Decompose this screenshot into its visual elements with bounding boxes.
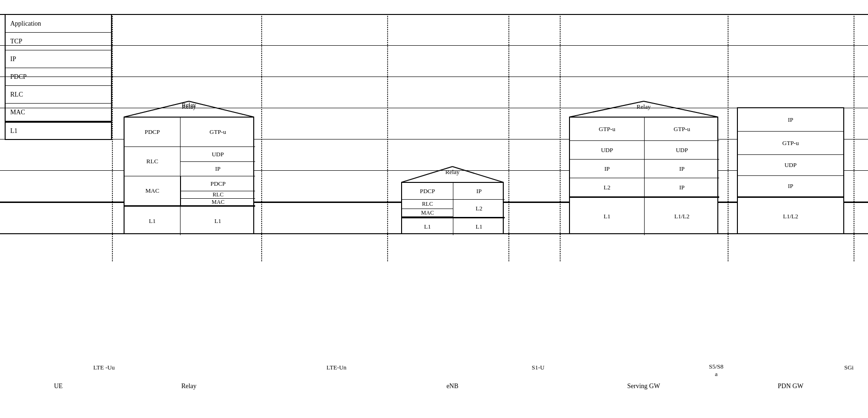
svg-text:Relay: Relay <box>182 103 196 110</box>
vline-sgi <box>854 14 854 261</box>
enb-left-l1: L1 <box>402 217 453 235</box>
pdngw-udp: UDP <box>738 155 843 176</box>
label-l1: L1 <box>10 127 18 135</box>
sgi-label: SGi <box>844 364 854 371</box>
s5s8a-label: S5/S8a <box>709 363 723 378</box>
layer-application: Application <box>6 15 111 33</box>
label-tcp: TCP <box>10 38 22 45</box>
relay-right-l1: L1 <box>181 206 255 235</box>
sgw-left-l2: L2 <box>570 178 645 197</box>
svg-line-7 <box>644 101 718 117</box>
relay-inner-pdcp: PDCP <box>181 176 255 191</box>
sgw-left-udp: UDP <box>570 141 645 160</box>
ue-label: UE <box>5 383 112 390</box>
serving-gw-label: Serving GW <box>569 383 718 390</box>
relay-left-rlc: RLC <box>125 147 181 176</box>
enb-left-pdcp: PDCP <box>402 183 453 200</box>
layer-pdcp: PDCP <box>6 68 111 86</box>
vline-s5s8 <box>728 14 729 261</box>
hline-top <box>0 14 868 15</box>
vline-lte-uu <box>112 14 113 261</box>
sgw-right-l1l2: L1/L2 <box>645 197 719 235</box>
sgw-left-gtpu: GTP-u <box>570 118 645 141</box>
hline-tcp-bottom <box>0 77 868 77</box>
pdn-gw-stack: IP GTP-u UDP IP L1/L2 <box>737 107 844 234</box>
svg-line-1 <box>189 101 254 117</box>
enb-right-l2: L2 <box>453 200 505 217</box>
sgw-right-udp: UDP <box>645 141 719 160</box>
sgw-right-ip1: IP <box>645 160 719 178</box>
svg-line-4 <box>452 167 504 182</box>
pdngw-ip2: IP <box>738 176 843 197</box>
label-mac: MAC <box>10 109 25 116</box>
layer-l1: L1 <box>6 121 111 139</box>
relay-stack-outer: Relay PDCP GTP-u RLC UDP IP MAC PDCP RLC… <box>124 117 254 234</box>
vline-enb-right <box>508 14 509 261</box>
vline-s1u <box>560 14 561 261</box>
layer-mac: MAC <box>6 104 111 121</box>
enb-right-ip: IP <box>453 183 505 200</box>
ue-stack: Application TCP IP PDCP RLC MAC L1 <box>5 14 112 140</box>
svg-line-6 <box>569 101 644 117</box>
svg-line-3 <box>401 167 452 182</box>
enb-stack-outer: PDCP IP RLC L2 MAC L1 L1 <box>401 182 504 234</box>
pdn-gw-label: PDN GW <box>737 383 844 390</box>
pdngw-gtpu: GTP-u <box>738 132 843 155</box>
enb-left-rlc: RLC <box>402 200 453 209</box>
hline-app-bottom <box>0 45 868 46</box>
svg-line-0 <box>124 101 189 117</box>
enb-chevron: Relay <box>401 166 504 182</box>
lte-un-label: LTE-Un <box>326 364 347 371</box>
relay-right-ip: IP <box>181 162 255 176</box>
s1u-label: S1-U <box>532 364 544 371</box>
relay-label: Relay <box>124 383 254 390</box>
relay-inner-rlc: RLC <box>181 191 255 199</box>
serving-gw-stack: GTP-u GTP-u UDP UDP IP IP L2 IP L1 L1/L2 <box>569 117 718 234</box>
label-rlc: RLC <box>10 91 23 98</box>
sgw-left-l1: L1 <box>570 197 645 235</box>
layer-tcp: TCP <box>6 33 111 50</box>
vline-relay-right <box>261 14 262 261</box>
sgw-right-gtpu: GTP-u <box>645 118 719 141</box>
pdngw-ip: IP <box>738 108 843 132</box>
relay-right-gtpu: GTP-u <box>181 118 255 147</box>
label-ip: IP <box>10 56 16 63</box>
svg-text:Relay: Relay <box>445 168 460 175</box>
relay-right-udp: UDP <box>181 147 255 162</box>
layer-rlc: RLC <box>6 86 111 104</box>
svg-text:Relay: Relay <box>637 103 651 110</box>
relay-left-mac: MAC <box>125 176 181 206</box>
protocol-stack-diagram: Application TCP IP PDCP RLC MAC L1 <box>0 0 868 418</box>
enb-left-mac: MAC <box>402 209 453 217</box>
enb-right-l1: L1 <box>453 217 505 235</box>
lte-uu-label: LTE -Uu <box>93 364 115 371</box>
relay-left-pdcp: PDCP <box>125 118 181 147</box>
sgw-chevron: Relay <box>569 100 718 117</box>
layer-ip: IP <box>6 50 111 68</box>
relay-left-l1: L1 <box>125 206 181 235</box>
enb-label: eNB <box>401 383 504 390</box>
vline-lte-un <box>387 14 388 261</box>
sgw-left-ip: IP <box>570 160 645 178</box>
relay-inner-mac: MAC <box>181 199 255 206</box>
sgw-right-ip2: IP <box>645 178 719 197</box>
pdngw-l1l2: L1/L2 <box>738 197 843 235</box>
label-application: Application <box>10 20 41 28</box>
relay-chevron-left: Relay <box>124 100 254 117</box>
